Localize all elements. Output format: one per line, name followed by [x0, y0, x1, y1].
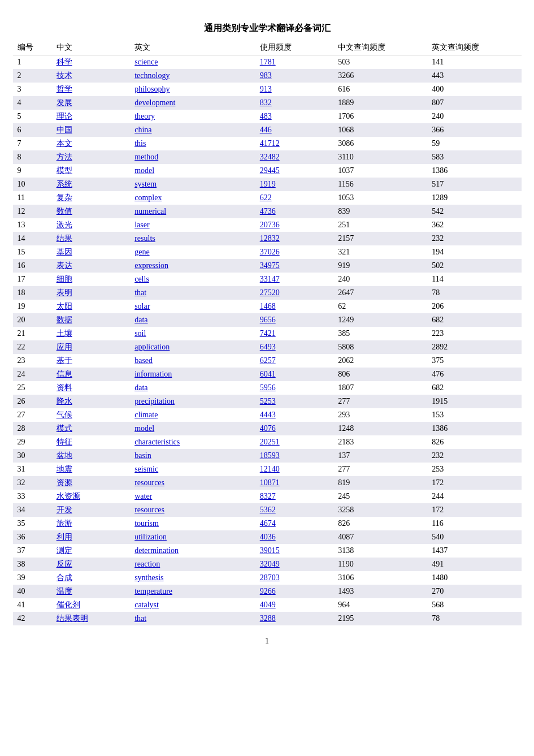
freq-link[interactable]: 8327 — [260, 492, 276, 500]
freq-link[interactable]: 9656 — [260, 316, 276, 324]
zh-link[interactable]: 中国 — [57, 126, 72, 134]
freq-link[interactable]: 5956 — [260, 383, 276, 392]
freq-link[interactable]: 446 — [260, 126, 272, 134]
freq-link[interactable]: 1781 — [260, 58, 276, 66]
zh-link[interactable]: 技术 — [57, 71, 72, 80]
en-link[interactable]: catalyst — [134, 601, 159, 609]
en-link[interactable]: data — [134, 383, 147, 392]
en-link[interactable]: results — [134, 234, 155, 243]
zh-link[interactable]: 旅游 — [57, 519, 72, 528]
en-link[interactable]: tourism — [134, 519, 159, 528]
en-link[interactable]: technology — [134, 71, 170, 80]
zh-link[interactable]: 科学 — [57, 58, 72, 66]
en-link[interactable]: development — [134, 98, 175, 107]
zh-link[interactable]: 基于 — [57, 356, 72, 365]
zh-link[interactable]: 资料 — [57, 383, 72, 392]
freq-link[interactable]: 34975 — [260, 261, 280, 270]
zh-link[interactable]: 复杂 — [57, 193, 72, 202]
en-link[interactable]: science — [134, 58, 158, 66]
en-link[interactable]: data — [134, 316, 147, 324]
freq-link[interactable]: 29445 — [260, 166, 280, 175]
freq-link[interactable]: 33147 — [260, 275, 280, 283]
freq-link[interactable]: 4443 — [260, 411, 276, 419]
zh-link[interactable]: 表达 — [57, 261, 72, 270]
freq-link[interactable]: 12140 — [260, 465, 280, 473]
freq-link[interactable]: 5253 — [260, 397, 276, 405]
en-link[interactable]: seismic — [134, 465, 158, 473]
freq-link[interactable]: 7421 — [260, 329, 276, 338]
freq-link[interactable]: 483 — [260, 112, 272, 120]
en-link[interactable]: utilization — [134, 533, 167, 541]
zh-link[interactable]: 数据 — [57, 316, 72, 324]
freq-link[interactable]: 27520 — [260, 288, 280, 297]
zh-link[interactable]: 激光 — [57, 221, 72, 229]
en-link[interactable]: china — [134, 126, 151, 134]
en-link[interactable]: resources — [134, 478, 164, 487]
zh-link[interactable]: 哲学 — [57, 85, 72, 93]
zh-link[interactable]: 细胞 — [57, 275, 72, 283]
zh-link[interactable]: 气候 — [57, 411, 72, 419]
zh-link[interactable]: 盆地 — [57, 451, 72, 460]
en-link[interactable]: synthesis — [134, 573, 163, 582]
en-link[interactable]: basin — [134, 451, 151, 460]
zh-link[interactable]: 系统 — [57, 180, 72, 188]
zh-link[interactable]: 利用 — [57, 533, 72, 541]
en-link[interactable]: that — [134, 614, 146, 623]
en-link[interactable]: gene — [134, 248, 149, 256]
zh-link[interactable]: 信息 — [57, 370, 72, 378]
en-link[interactable]: system — [134, 180, 157, 188]
zh-link[interactable]: 温度 — [57, 587, 72, 595]
freq-link[interactable]: 37026 — [260, 248, 280, 256]
en-link[interactable]: reaction — [134, 560, 160, 568]
freq-link[interactable]: 4076 — [260, 424, 276, 433]
en-link[interactable]: complex — [134, 193, 162, 202]
en-link[interactable]: laser — [134, 221, 149, 229]
zh-link[interactable]: 地震 — [57, 465, 72, 473]
zh-link[interactable]: 基因 — [57, 248, 72, 256]
freq-link[interactable]: 3288 — [260, 614, 276, 623]
zh-link[interactable]: 本文 — [57, 139, 72, 148]
zh-link[interactable]: 方法 — [57, 153, 72, 161]
freq-link[interactable]: 10871 — [260, 478, 280, 487]
en-link[interactable]: solar — [134, 302, 150, 310]
zh-link[interactable]: 合成 — [57, 573, 72, 582]
zh-link[interactable]: 结果 — [57, 234, 72, 243]
en-link[interactable]: numerical — [134, 207, 166, 215]
zh-link[interactable]: 模型 — [57, 166, 72, 175]
freq-link[interactable]: 39015 — [260, 546, 280, 555]
zh-link[interactable]: 数值 — [57, 207, 72, 215]
zh-link[interactable]: 应用 — [57, 343, 72, 351]
freq-link[interactable]: 4736 — [260, 207, 276, 215]
zh-link[interactable]: 反应 — [57, 560, 72, 568]
freq-link[interactable]: 4674 — [260, 519, 276, 528]
en-link[interactable]: based — [134, 356, 153, 365]
en-link[interactable]: model — [134, 166, 154, 175]
freq-link[interactable]: 5362 — [260, 506, 276, 514]
en-link[interactable]: cells — [134, 275, 149, 283]
zh-link[interactable]: 土壤 — [57, 329, 72, 338]
freq-link[interactable]: 832 — [260, 98, 272, 107]
freq-link[interactable]: 32482 — [260, 153, 280, 161]
freq-link[interactable]: 622 — [260, 193, 272, 202]
freq-link[interactable]: 9266 — [260, 587, 276, 595]
en-link[interactable]: precipitation — [134, 397, 175, 405]
freq-link[interactable]: 32049 — [260, 560, 280, 568]
freq-link[interactable]: 18593 — [260, 451, 280, 460]
zh-link[interactable]: 水资源 — [57, 492, 80, 500]
en-link[interactable]: climate — [134, 411, 158, 419]
zh-link[interactable]: 资源 — [57, 478, 72, 487]
zh-link[interactable]: 降水 — [57, 397, 72, 405]
freq-link[interactable]: 20251 — [260, 438, 280, 446]
en-link[interactable]: soil — [134, 329, 146, 338]
zh-link[interactable]: 测定 — [57, 546, 72, 555]
en-link[interactable]: characteristics — [134, 438, 180, 446]
freq-link[interactable]: 6257 — [260, 356, 276, 365]
zh-link[interactable]: 模式 — [57, 424, 72, 433]
freq-link[interactable]: 12832 — [260, 234, 280, 243]
en-link[interactable]: application — [134, 343, 170, 351]
zh-link[interactable]: 表明 — [57, 288, 72, 297]
freq-link[interactable]: 6493 — [260, 343, 276, 351]
en-link[interactable]: that — [134, 288, 146, 297]
freq-link[interactable]: 983 — [260, 71, 272, 80]
freq-link[interactable]: 6041 — [260, 370, 276, 378]
